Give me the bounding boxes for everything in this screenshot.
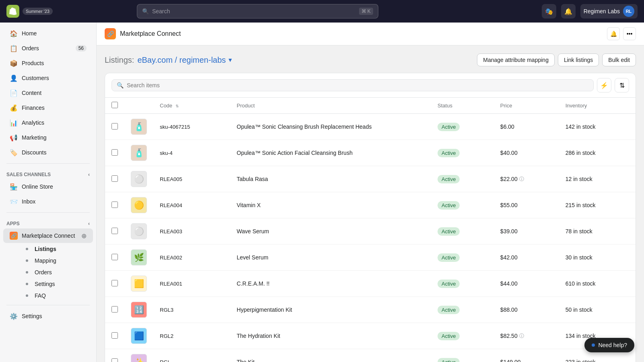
product-image-6: 🟨 — [131, 276, 147, 292]
row-checkbox-cell-4[interactable] — [105, 218, 124, 245]
row-thumb-1: 🧴 — [124, 140, 153, 166]
analytics-icon: 📊 — [10, 119, 18, 127]
user-menu-button[interactable]: Regimen Labs RL — [580, 4, 638, 19]
row-checkbox-9[interactable] — [111, 358, 118, 362]
row-checkbox-6[interactable] — [111, 280, 118, 286]
row-product-6: C.R.E.A.M. !! — [230, 271, 431, 297]
row-checkbox-7[interactable] — [111, 306, 118, 313]
table-row[interactable]: 🟦 RGL2 The Hydration Kit Active $82.50 ⓘ… — [105, 323, 636, 349]
row-checkbox-cell-2[interactable] — [105, 166, 124, 192]
manage-mapping-button[interactable]: Manage attribute mapping — [477, 53, 555, 66]
items-search-input[interactable] — [127, 82, 588, 88]
row-code-9: RGL — [153, 349, 230, 362]
price-info-icon-2[interactable]: ⓘ — [519, 176, 524, 183]
sidebar-sub-item-mapping[interactable]: Mapping — [3, 255, 93, 266]
row-checkbox-cell-3[interactable] — [105, 192, 124, 218]
table-row[interactable]: 🟡 RLEA004 Vitamin X Active $55.00 215 in… — [105, 192, 636, 218]
select-all-checkbox[interactable] — [111, 102, 118, 108]
global-search[interactable]: 🔍 ⌘ K — [137, 4, 378, 19]
add-app-icon[interactable]: ⊕ — [81, 232, 87, 240]
marketing-icon: 📢 — [10, 134, 18, 142]
row-checkbox-3[interactable] — [111, 202, 118, 208]
header-code[interactable]: Code ⇅ — [153, 98, 230, 114]
sidebar-item-products[interactable]: 📦 Products — [3, 56, 93, 70]
price-info-icon-8[interactable]: ⓘ — [519, 333, 524, 339]
row-checkbox-cell-8[interactable] — [105, 323, 124, 349]
sidebar-item-discounts[interactable]: 🏷️ Discounts — [3, 145, 93, 160]
sub-dot-orders — [26, 271, 28, 274]
search-input[interactable] — [152, 8, 356, 14]
row-checkbox-cell-7[interactable] — [105, 297, 124, 323]
status-badge-3: Active — [438, 201, 460, 210]
table-row[interactable]: 🧴 sku-4067215 Opulea™ Sonic Cleansing Br… — [105, 114, 636, 140]
table-row[interactable]: 🟨 RLEA001 C.R.E.A.M. !! Active $44.00 61… — [105, 271, 636, 297]
table-row[interactable]: 🔢 RGL3 Hyperpigmentation Kit Active $88.… — [105, 297, 636, 323]
sidebar-sub-item-faq[interactable]: FAQ — [3, 290, 93, 301]
table-row[interactable]: ⚪ RLEA005 Tabula Rasa Active $22.00 ⓘ 12… — [105, 166, 636, 192]
sales-channels-section[interactable]: Sales channels ‹ — [0, 167, 96, 179]
sidebar-item-finances[interactable]: 💰 Finances — [3, 101, 93, 115]
marketing-label: Marketing — [22, 134, 46, 141]
header-checkbox-cell[interactable] — [105, 98, 124, 114]
sub-dot-faq — [26, 294, 28, 297]
row-status-4: Active — [431, 218, 494, 245]
row-code-3: RLEA004 — [153, 192, 230, 218]
row-checkbox-1[interactable] — [111, 149, 118, 156]
sub-dot-settings — [26, 283, 28, 285]
store-selector[interactable]: eBay.com / regimen-labs ▼ — [137, 56, 233, 65]
sort-button[interactable]: ⇅ — [615, 78, 629, 93]
sidebar-item-home[interactable]: 🏠 Home — [3, 26, 93, 41]
sidebar-sub-item-listings[interactable]: Listings — [3, 243, 93, 255]
help-button[interactable]: Need help? — [584, 338, 634, 352]
row-price-2: $22.00 ⓘ — [494, 166, 559, 192]
row-checkbox-cell-5[interactable] — [105, 245, 124, 271]
sidebar: 🏠 Home 📋 Orders 56 📦 Products 👤 Customer… — [0, 23, 97, 362]
sidebar-item-settings[interactable]: ⚙️ Settings — [3, 309, 93, 323]
row-checkbox-cell-0[interactable] — [105, 114, 124, 140]
row-status-6: Active — [431, 271, 494, 297]
notification-icon-btn[interactable]: 🔔 — [607, 27, 620, 40]
sidebar-item-analytics[interactable]: 📊 Analytics — [3, 115, 93, 130]
listings-table: Code ⇅ Product Status Price Inventory — [105, 98, 636, 362]
code-sort-icon: ⇅ — [175, 104, 179, 108]
sidebar-sub-item-orders[interactable]: Orders — [3, 267, 93, 278]
settings-icon: ⚙️ — [10, 312, 18, 320]
row-checkbox-cell-1[interactable] — [105, 140, 124, 166]
finances-label: Finances — [22, 105, 45, 111]
table-row[interactable]: ✨ RGL The Kit Active $149.00 223 in stoc… — [105, 349, 636, 362]
sidebar-item-inbox[interactable]: 📨 Inbox — [3, 194, 93, 209]
sidebar-item-marketplace-connect[interactable]: 🔗 Marketplace Connect ⊕ — [3, 228, 93, 243]
notifications-button[interactable]: 🎭 — [542, 4, 556, 19]
row-code-8: RGL2 — [153, 323, 230, 349]
sidebar-item-orders[interactable]: 📋 Orders 56 — [3, 41, 93, 56]
filter-button[interactable]: ⚡ — [597, 78, 611, 93]
sidebar-item-customers[interactable]: 👤 Customers — [3, 71, 93, 85]
status-badge-9: Active — [438, 358, 460, 362]
row-checkbox-cell-6[interactable] — [105, 271, 124, 297]
bell-button[interactable]: 🔔 — [561, 4, 576, 19]
row-checkbox-0[interactable] — [111, 123, 118, 130]
row-inventory-0: 142 in stock — [559, 114, 636, 140]
sidebar-item-online-store[interactable]: 🏪 Online Store — [3, 179, 93, 194]
row-checkbox-2[interactable] — [111, 175, 118, 182]
table-row[interactable]: 🌿 RLEA002 Level Serum Active $42.00 30 i… — [105, 245, 636, 271]
row-thumb-5: 🌿 — [124, 245, 153, 271]
row-status-1: Active — [431, 140, 494, 166]
more-options-btn[interactable]: ••• — [623, 27, 636, 40]
listings-header: Listings: eBay.com / regimen-labs ▼ Mana… — [105, 53, 636, 66]
bulk-edit-button[interactable]: Bulk edit — [602, 53, 636, 66]
sidebar-item-marketing[interactable]: 📢 Marketing — [3, 130, 93, 145]
row-checkbox-4[interactable] — [111, 228, 118, 234]
items-search[interactable]: 🔍 — [111, 79, 594, 91]
link-listings-button[interactable]: Link listings — [558, 53, 599, 66]
table-row[interactable]: 🧴 sku-4 Opulea™ Sonic Action Facial Clea… — [105, 140, 636, 166]
apps-section[interactable]: Apps ‹ — [0, 216, 96, 228]
sidebar-item-content[interactable]: 📄 Content — [3, 86, 93, 100]
table-row[interactable]: ⚪ RLEA003 Wave Serum Active $39.00 78 in… — [105, 218, 636, 245]
sidebar-sub-item-settings[interactable]: Settings — [3, 278, 93, 290]
row-checkbox-cell-9[interactable] — [105, 349, 124, 362]
inbox-icon: 📨 — [10, 197, 18, 206]
row-checkbox-5[interactable] — [111, 254, 118, 260]
page-title: Marketplace Connect — [120, 30, 181, 37]
row-checkbox-8[interactable] — [111, 332, 118, 339]
